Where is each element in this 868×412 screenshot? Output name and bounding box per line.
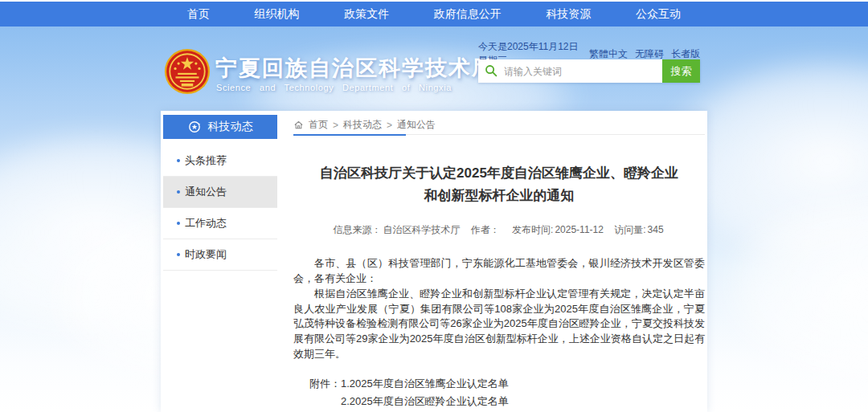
sidebar-item-label: 工作动态 xyxy=(185,216,227,230)
meta-views-value: 345 xyxy=(648,224,664,235)
search-input[interactable] xyxy=(478,59,662,83)
breadcrumb-separator: > xyxy=(387,120,392,131)
meta-publish-time-label: 发布时间: xyxy=(512,224,553,235)
nav-item-gov-info-disclosure[interactable]: 政府信息公开 xyxy=(434,7,502,22)
bullet-dot-icon xyxy=(177,159,180,162)
site-subtitle-english: Science and Technology Department of Nin… xyxy=(216,83,452,92)
page: 首页 组织机构 政策文件 政府信息公开 科技资源 公众互动 宁夏回族自治区科学技… xyxy=(0,0,868,412)
breadcrumb: 首页 > 科技动态 > 通知公告 xyxy=(293,116,705,135)
article-paragraph: 根据自治区雏鹰企业、瞪羚企业和创新型标杆企业认定管理有关规定，决定认定半亩良人农… xyxy=(293,287,705,362)
article-title: 自治区科技厅关于认定2025年度自治区雏鹰企业、瞪羚企业 和创新型标杆企业的通知 xyxy=(293,162,705,207)
article-content-area: 首页 > 科技动态 > 通知公告 自治区科技厅关于认定2025年度自治区雏鹰企业… xyxy=(293,116,705,412)
search-button[interactable]: 搜索 xyxy=(662,59,700,83)
sidebar-header: 科技动态 xyxy=(163,115,277,139)
meta-publish-time-value: 2025-11-12 xyxy=(555,224,604,235)
bullet-dot-icon xyxy=(177,253,180,256)
meta-source-value: 自治区科学技术厅 xyxy=(383,224,460,235)
breadcrumb-notices[interactable]: 通知公告 xyxy=(397,118,436,132)
sidebar-item-current-affairs[interactable]: 时政要闻 xyxy=(163,239,277,271)
nav-item-policy-documents[interactable]: 政策文件 xyxy=(344,7,389,22)
accessibility-link[interactable]: 无障碍 xyxy=(635,47,664,61)
sidebar-item-work-updates[interactable]: 工作动态 xyxy=(163,208,277,239)
search-bar: 搜索 xyxy=(478,59,700,83)
attachment-link-gazelle-list[interactable]: 2.2025年度自治区瞪羚企业认定名单 xyxy=(341,393,540,410)
nav-item-organization[interactable]: 组织机构 xyxy=(254,7,299,22)
sidebar-item-label: 时政要闻 xyxy=(185,247,227,262)
sidebar-item-label: 通知公告 xyxy=(185,185,227,199)
attachments-label: 附件： xyxy=(309,375,341,412)
sidebar-item-notices[interactable]: 通知公告 xyxy=(163,177,277,208)
breadcrumb-separator: > xyxy=(333,120,338,131)
meta-author-label: 作者： xyxy=(471,224,500,235)
nav-item-tech-resources[interactable]: 科技资源 xyxy=(546,7,591,22)
tech-news-icon xyxy=(188,120,201,133)
nav-item-home[interactable]: 首页 xyxy=(187,7,210,22)
sidebar-menu: 头条推荐 通知公告 工作动态 时政要闻 xyxy=(163,145,277,271)
breadcrumb-home[interactable]: 首页 xyxy=(309,118,328,132)
meta-source-label: 信息来源： xyxy=(333,224,381,235)
utility-links: 繁體中文 无障碍 长者版 xyxy=(589,47,700,61)
article-body: 各市、县（区）科技管理部门，宁东能源化工基地管委会，银川经济技术开发区管委会，各… xyxy=(293,256,705,362)
article-paragraph: 各市、县（区）科技管理部门，宁东能源化工基地管委会，银川经济技术开发区管委会，各… xyxy=(293,256,705,287)
attachments-block: 附件： 1.2025年度自治区雏鹰企业认定名单 2.2025年度自治区瞪羚企业认… xyxy=(293,375,705,412)
article-meta: 信息来源：自治区科学技术厅 作者： 发布时间:2025-11-12 访问量:34… xyxy=(293,223,705,237)
nav-menu: 首页 组织机构 政策文件 政府信息公开 科技资源 公众互动 xyxy=(165,2,703,27)
main-content-panel: 科技动态 头条推荐 通知公告 工作动态 时政要闻 xyxy=(161,111,707,412)
sidebar-title: 科技动态 xyxy=(208,120,253,134)
national-emblem-logo[interactable] xyxy=(164,48,211,95)
breadcrumb-tech-news[interactable]: 科技动态 xyxy=(343,118,382,132)
article-title-line2: 和创新型标杆企业的通知 xyxy=(293,185,705,207)
search-box xyxy=(478,59,662,83)
breadcrumb-active-underline xyxy=(293,134,406,136)
bullet-dot-icon xyxy=(177,190,180,194)
meta-views-label: 访问量: xyxy=(614,224,645,235)
sidebar-item-headlines[interactable]: 头条推荐 xyxy=(163,145,277,177)
article-title-line1: 自治区科技厅关于认定2025年度自治区雏鹰企业、瞪羚企业 xyxy=(293,162,705,185)
sidebar: 科技动态 头条推荐 通知公告 工作动态 时政要闻 xyxy=(163,115,277,271)
attachments-list: 1.2025年度自治区雏鹰企业认定名单 2.2025年度自治区瞪羚企业认定名单 … xyxy=(341,375,540,412)
sidebar-item-label: 头条推荐 xyxy=(185,153,227,168)
bullet-dot-icon xyxy=(177,222,180,225)
site-title: 宁夏回族自治区科学技术厅 xyxy=(215,54,495,83)
nav-item-public-interaction[interactable]: 公众互动 xyxy=(636,7,681,22)
senior-version-link[interactable]: 长者版 xyxy=(671,47,700,61)
search-icon xyxy=(485,64,497,77)
attachment-link-eagle-list[interactable]: 1.2025年度自治区雏鹰企业认定名单 xyxy=(341,375,540,393)
top-navigation-bar: 首页 组织机构 政策文件 政府信息公开 科技资源 公众互动 xyxy=(0,2,868,27)
traditional-chinese-link[interactable]: 繁體中文 xyxy=(589,47,628,61)
home-icon xyxy=(293,120,304,130)
